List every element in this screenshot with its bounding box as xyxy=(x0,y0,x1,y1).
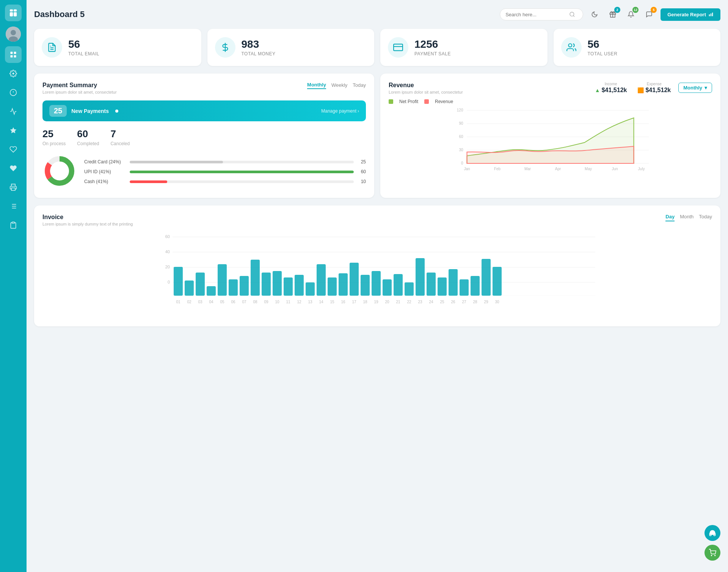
revenue-chart: 120 90 60 30 0 Jan Feb Mar Apr May Jun xyxy=(389,107,712,184)
svg-rect-1 xyxy=(14,9,17,12)
sidebar-item-star[interactable] xyxy=(5,122,22,139)
invoice-bar-chart: 60 40 20 0 xyxy=(42,233,712,317)
svg-text:0: 0 xyxy=(461,161,463,165)
tab-monthly[interactable]: Monthly xyxy=(307,82,326,89)
svg-text:09: 09 xyxy=(264,300,268,304)
expense-item: Expense 🟧 $41,512k xyxy=(637,82,671,94)
svg-text:22: 22 xyxy=(407,300,411,304)
svg-rect-88 xyxy=(427,273,436,296)
chevron-down-icon: ▾ xyxy=(704,85,707,91)
payment-chart-area: Credit Card (24%) 25 UPI ID (41%) 60 xyxy=(42,154,366,190)
svg-text:15: 15 xyxy=(330,300,334,304)
sidebar-item-printer[interactable] xyxy=(5,179,22,196)
sidebar-item-chart[interactable] xyxy=(5,103,22,120)
gift-badge: 2 xyxy=(614,7,620,13)
svg-text:06: 06 xyxy=(231,300,235,304)
sidebar-logo xyxy=(5,5,22,21)
svg-rect-9 xyxy=(11,55,13,58)
svg-rect-33 xyxy=(394,44,403,50)
svg-point-35 xyxy=(568,44,572,47)
invoice-subtitle: Lorem ipsum is simply dummy text of the … xyxy=(42,222,133,226)
svg-text:21: 21 xyxy=(396,300,400,304)
svg-rect-94 xyxy=(493,267,502,296)
invoice-title: Invoice xyxy=(42,214,133,221)
sidebar-item-settings[interactable] xyxy=(5,65,22,82)
payment-stats: 25 On process 60 Completed 7 Canceled xyxy=(42,128,366,146)
cart-button[interactable] xyxy=(704,545,720,561)
svg-rect-7 xyxy=(11,52,13,54)
invoice-title-group: Invoice Lorem ipsum is simply dummy text… xyxy=(42,214,133,226)
manage-payment-link[interactable]: Manage payment › xyxy=(321,108,359,114)
revenue-card: Revenue Lorem ipsum dolor sit amet, cons… xyxy=(380,74,720,198)
avatar[interactable] xyxy=(6,27,21,42)
generate-report-button[interactable]: Generate Report xyxy=(661,8,720,21)
svg-text:Feb: Feb xyxy=(494,167,501,171)
headset-button[interactable] xyxy=(704,525,720,541)
progress-val-upi: 60 xyxy=(358,169,366,174)
svg-point-5 xyxy=(11,30,16,35)
svg-point-125 xyxy=(711,555,712,556)
inv-tab-day[interactable]: Day xyxy=(665,214,675,221)
generate-btn-label: Generate Report xyxy=(667,12,706,17)
dashboard-grid: Payment Summary Lorem ipsum dolor sit am… xyxy=(34,74,720,198)
stat-card-user: 56 TOTAL USER xyxy=(554,29,721,66)
svg-point-23 xyxy=(570,12,574,16)
svg-rect-86 xyxy=(405,282,414,296)
svg-text:60: 60 xyxy=(459,135,463,139)
bell-button[interactable]: 12 xyxy=(624,8,638,21)
tab-today[interactable]: Today xyxy=(353,82,366,89)
header: Dashboard 5 2 xyxy=(34,8,720,21)
svg-text:08: 08 xyxy=(253,300,257,304)
sidebar-item-list[interactable] xyxy=(5,198,22,215)
svg-rect-92 xyxy=(471,276,480,296)
chat-button[interactable]: 5 xyxy=(642,8,656,21)
expense-label: Expense xyxy=(637,82,671,86)
stat-card-money: 983 TOTAL MONEY xyxy=(207,29,375,66)
svg-rect-87 xyxy=(416,258,425,296)
dark-mode-button[interactable] xyxy=(588,8,601,21)
svg-rect-80 xyxy=(339,273,348,296)
sidebar-item-clipboard[interactable] xyxy=(5,217,22,234)
area-chart-svg: 120 90 60 30 0 Jan Feb Mar Apr May Jun xyxy=(389,107,712,182)
payment-card-header: Payment Summary Lorem ipsum dolor sit am… xyxy=(42,82,366,94)
svg-rect-70 xyxy=(229,279,238,296)
revenue-legend: Net Profit Revenue xyxy=(389,99,712,104)
svg-rect-68 xyxy=(207,286,216,296)
svg-rect-76 xyxy=(295,275,304,296)
svg-rect-91 xyxy=(460,279,469,296)
tab-weekly[interactable]: Weekly xyxy=(331,82,347,89)
svg-rect-15 xyxy=(11,188,15,191)
svg-text:30: 30 xyxy=(459,148,463,152)
payment-summary-card: Payment Summary Lorem ipsum dolor sit am… xyxy=(34,74,374,198)
svg-line-24 xyxy=(573,16,574,17)
svg-rect-71 xyxy=(240,276,249,296)
svg-rect-83 xyxy=(372,271,381,296)
inv-tab-today[interactable]: Today xyxy=(699,214,712,221)
sidebar-item-heart-outline[interactable] xyxy=(5,141,22,158)
sidebar-item-heart-filled[interactable] xyxy=(5,160,22,177)
svg-rect-72 xyxy=(251,260,260,296)
svg-text:29: 29 xyxy=(484,300,488,304)
income-val: ▲ $41,512k xyxy=(595,87,627,94)
progress-item-cash: Cash (41%) 10 xyxy=(84,179,366,184)
sidebar-item-dashboard[interactable] xyxy=(5,46,22,63)
svg-text:28: 28 xyxy=(473,300,477,304)
svg-rect-27 xyxy=(709,14,710,16)
svg-rect-85 xyxy=(394,274,403,296)
progress-track-cc xyxy=(130,161,354,163)
svg-text:10: 10 xyxy=(275,300,279,304)
svg-text:25: 25 xyxy=(440,300,444,304)
sidebar-item-info[interactable] xyxy=(5,84,22,101)
progress-list: Credit Card (24%) 25 UPI ID (41%) 60 xyxy=(84,159,366,184)
inv-tab-month[interactable]: Month xyxy=(680,214,693,221)
svg-text:Jun: Jun xyxy=(612,167,618,171)
stats-row: 56 TOTAL EMAIL 983 TOTAL MONEY xyxy=(34,29,720,66)
svg-text:12: 12 xyxy=(297,300,301,304)
revenue-legend-dot xyxy=(424,99,429,104)
svg-text:0: 0 xyxy=(168,280,170,284)
search-input[interactable] xyxy=(505,12,566,17)
svg-rect-8 xyxy=(14,52,16,54)
gift-button[interactable]: 2 xyxy=(606,8,620,21)
monthly-dropdown[interactable]: Monthly ▾ xyxy=(678,83,712,93)
svg-text:11: 11 xyxy=(286,300,290,304)
